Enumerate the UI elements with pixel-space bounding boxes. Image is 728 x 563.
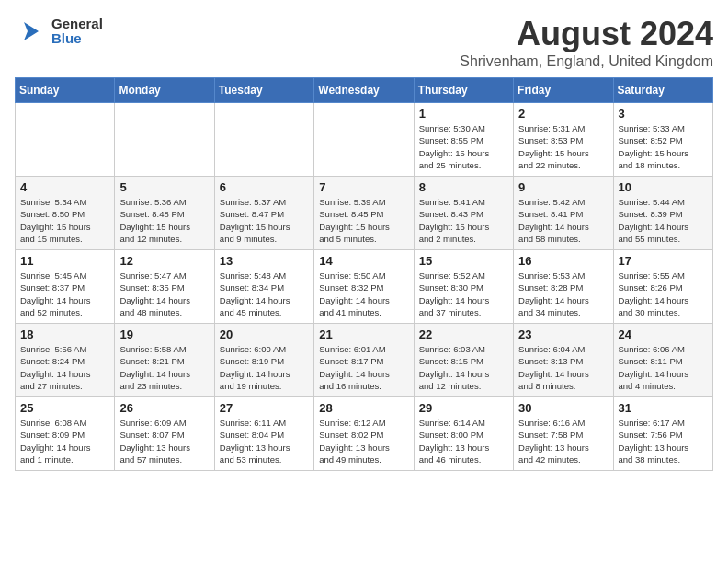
calendar-header-saturday: Saturday bbox=[613, 78, 712, 103]
title-block: August 2024 Shrivenham, England, United … bbox=[460, 15, 713, 70]
day-number: 8 bbox=[419, 180, 508, 194]
day-info: Sunrise: 5:58 AMSunset: 8:21 PMDaylight:… bbox=[119, 343, 209, 392]
day-info: Sunrise: 6:03 AMSunset: 8:15 PMDaylight:… bbox=[419, 343, 508, 392]
day-number: 21 bbox=[319, 327, 408, 341]
logo: General Blue bbox=[15, 15, 103, 48]
day-number: 13 bbox=[220, 254, 309, 268]
calendar-cell: 24Sunrise: 6:06 AMSunset: 8:11 PMDayligh… bbox=[613, 324, 712, 397]
calendar-cell: 19Sunrise: 5:58 AMSunset: 8:21 PMDayligh… bbox=[115, 324, 214, 397]
day-number: 9 bbox=[518, 180, 608, 194]
calendar-cell: 8Sunrise: 5:41 AMSunset: 8:43 PMDaylight… bbox=[414, 177, 513, 250]
calendar-cell bbox=[214, 103, 313, 177]
calendar-cell: 23Sunrise: 6:04 AMSunset: 8:13 PMDayligh… bbox=[514, 324, 613, 397]
page-header: General Blue August 2024 Shrivenham, Eng… bbox=[15, 15, 713, 70]
day-info: Sunrise: 6:09 AMSunset: 8:07 PMDaylight:… bbox=[119, 417, 209, 465]
day-number: 25 bbox=[20, 401, 109, 415]
day-info: Sunrise: 6:04 AMSunset: 8:13 PMDaylight:… bbox=[518, 343, 608, 392]
calendar-header-friday: Friday bbox=[514, 78, 613, 103]
calendar-cell: 21Sunrise: 6:01 AMSunset: 8:17 PMDayligh… bbox=[314, 324, 414, 397]
logo-blue: Blue bbox=[51, 31, 103, 47]
day-number: 7 bbox=[319, 180, 408, 194]
day-info: Sunrise: 6:17 AMSunset: 7:56 PMDaylight:… bbox=[619, 417, 708, 465]
day-number: 3 bbox=[619, 107, 708, 121]
calendar-cell: 16Sunrise: 5:53 AMSunset: 8:28 PMDayligh… bbox=[514, 250, 613, 324]
calendar-cell: 7Sunrise: 5:39 AMSunset: 8:45 PMDaylight… bbox=[314, 177, 414, 250]
calendar-header-monday: Monday bbox=[115, 78, 214, 103]
calendar-cell: 20Sunrise: 6:00 AMSunset: 8:19 PMDayligh… bbox=[214, 324, 313, 397]
day-info: Sunrise: 5:50 AMSunset: 8:32 PMDaylight:… bbox=[319, 270, 408, 318]
day-info: Sunrise: 5:41 AMSunset: 8:43 PMDaylight:… bbox=[419, 196, 508, 245]
calendar-cell: 12Sunrise: 5:47 AMSunset: 8:35 PMDayligh… bbox=[115, 250, 214, 324]
calendar-cell: 1Sunrise: 5:30 AMSunset: 8:55 PMDaylight… bbox=[414, 103, 513, 177]
calendar-week-row: 11Sunrise: 5:45 AMSunset: 8:37 PMDayligh… bbox=[16, 250, 713, 324]
calendar-cell: 22Sunrise: 6:03 AMSunset: 8:15 PMDayligh… bbox=[414, 324, 513, 397]
day-number: 12 bbox=[119, 254, 209, 268]
calendar-cell: 10Sunrise: 5:44 AMSunset: 8:39 PMDayligh… bbox=[613, 177, 712, 250]
day-number: 31 bbox=[619, 401, 708, 415]
day-number: 18 bbox=[20, 327, 109, 341]
month-year-title: August 2024 bbox=[460, 15, 713, 53]
day-info: Sunrise: 6:06 AMSunset: 8:11 PMDaylight:… bbox=[619, 343, 708, 392]
calendar-header-tuesday: Tuesday bbox=[214, 78, 313, 103]
calendar-cell: 26Sunrise: 6:09 AMSunset: 8:07 PMDayligh… bbox=[115, 397, 214, 471]
calendar-table: SundayMondayTuesdayWednesdayThursdayFrid… bbox=[15, 77, 713, 471]
calendar-cell: 18Sunrise: 5:56 AMSunset: 8:24 PMDayligh… bbox=[16, 324, 115, 397]
logo-general: General bbox=[51, 17, 103, 32]
day-number: 16 bbox=[518, 254, 608, 268]
day-info: Sunrise: 5:44 AMSunset: 8:39 PMDaylight:… bbox=[619, 196, 708, 245]
day-number: 20 bbox=[220, 327, 309, 341]
calendar-cell: 9Sunrise: 5:42 AMSunset: 8:41 PMDaylight… bbox=[514, 177, 613, 250]
day-number: 29 bbox=[419, 401, 508, 415]
day-number: 27 bbox=[220, 401, 309, 415]
day-number: 22 bbox=[419, 327, 508, 341]
day-number: 23 bbox=[518, 327, 608, 341]
day-number: 14 bbox=[319, 254, 408, 268]
calendar-cell: 3Sunrise: 5:33 AMSunset: 8:52 PMDaylight… bbox=[613, 103, 712, 177]
calendar-cell: 11Sunrise: 5:45 AMSunset: 8:37 PMDayligh… bbox=[16, 250, 115, 324]
day-number: 24 bbox=[619, 327, 708, 341]
calendar-cell: 30Sunrise: 6:16 AMSunset: 7:58 PMDayligh… bbox=[514, 397, 613, 471]
calendar-header-sunday: Sunday bbox=[16, 78, 115, 103]
day-info: Sunrise: 6:01 AMSunset: 8:17 PMDaylight:… bbox=[319, 343, 408, 392]
day-info: Sunrise: 5:56 AMSunset: 8:24 PMDaylight:… bbox=[20, 343, 109, 392]
calendar-week-row: 4Sunrise: 5:34 AMSunset: 8:50 PMDaylight… bbox=[16, 177, 713, 250]
day-info: Sunrise: 5:31 AMSunset: 8:53 PMDaylight:… bbox=[518, 122, 608, 171]
day-number: 6 bbox=[220, 180, 309, 194]
day-info: Sunrise: 5:36 AMSunset: 8:48 PMDaylight:… bbox=[119, 196, 209, 245]
calendar-cell: 6Sunrise: 5:37 AMSunset: 8:47 PMDaylight… bbox=[214, 177, 313, 250]
day-info: Sunrise: 5:52 AMSunset: 8:30 PMDaylight:… bbox=[419, 270, 508, 318]
calendar-cell: 29Sunrise: 6:14 AMSunset: 8:00 PMDayligh… bbox=[414, 397, 513, 471]
day-info: Sunrise: 6:16 AMSunset: 7:58 PMDaylight:… bbox=[518, 417, 608, 465]
day-number: 26 bbox=[119, 401, 209, 415]
day-number: 10 bbox=[619, 180, 708, 194]
calendar-header-wednesday: Wednesday bbox=[314, 78, 414, 103]
calendar-cell: 25Sunrise: 6:08 AMSunset: 8:09 PMDayligh… bbox=[16, 397, 115, 471]
calendar-cell: 28Sunrise: 6:12 AMSunset: 8:02 PMDayligh… bbox=[314, 397, 414, 471]
svg-marker-2 bbox=[24, 22, 39, 40]
day-number: 2 bbox=[518, 107, 608, 121]
calendar-cell: 31Sunrise: 6:17 AMSunset: 7:56 PMDayligh… bbox=[613, 397, 712, 471]
calendar-cell: 27Sunrise: 6:11 AMSunset: 8:04 PMDayligh… bbox=[214, 397, 313, 471]
day-info: Sunrise: 5:53 AMSunset: 8:28 PMDaylight:… bbox=[518, 270, 608, 318]
day-number: 19 bbox=[119, 327, 209, 341]
day-number: 5 bbox=[119, 180, 209, 194]
day-info: Sunrise: 6:00 AMSunset: 8:19 PMDaylight:… bbox=[220, 343, 309, 392]
calendar-header-thursday: Thursday bbox=[414, 78, 513, 103]
logo-text: General Blue bbox=[51, 17, 103, 47]
day-info: Sunrise: 6:12 AMSunset: 8:02 PMDaylight:… bbox=[319, 417, 408, 465]
day-info: Sunrise: 6:14 AMSunset: 8:00 PMDaylight:… bbox=[419, 417, 508, 465]
day-info: Sunrise: 5:30 AMSunset: 8:55 PMDaylight:… bbox=[419, 122, 508, 171]
day-info: Sunrise: 5:48 AMSunset: 8:34 PMDaylight:… bbox=[220, 270, 309, 318]
calendar-week-row: 25Sunrise: 6:08 AMSunset: 8:09 PMDayligh… bbox=[16, 397, 713, 471]
day-info: Sunrise: 5:33 AMSunset: 8:52 PMDaylight:… bbox=[619, 122, 708, 171]
logo-icon bbox=[15, 15, 48, 48]
calendar-cell: 2Sunrise: 5:31 AMSunset: 8:53 PMDaylight… bbox=[514, 103, 613, 177]
day-number: 15 bbox=[419, 254, 508, 268]
day-info: Sunrise: 5:34 AMSunset: 8:50 PMDaylight:… bbox=[20, 196, 109, 245]
day-info: Sunrise: 5:39 AMSunset: 8:45 PMDaylight:… bbox=[319, 196, 408, 245]
day-number: 30 bbox=[518, 401, 608, 415]
calendar-cell: 17Sunrise: 5:55 AMSunset: 8:26 PMDayligh… bbox=[613, 250, 712, 324]
day-number: 11 bbox=[20, 254, 109, 268]
calendar-cell: 4Sunrise: 5:34 AMSunset: 8:50 PMDaylight… bbox=[16, 177, 115, 250]
calendar-header-row: SundayMondayTuesdayWednesdayThursdayFrid… bbox=[16, 78, 713, 103]
